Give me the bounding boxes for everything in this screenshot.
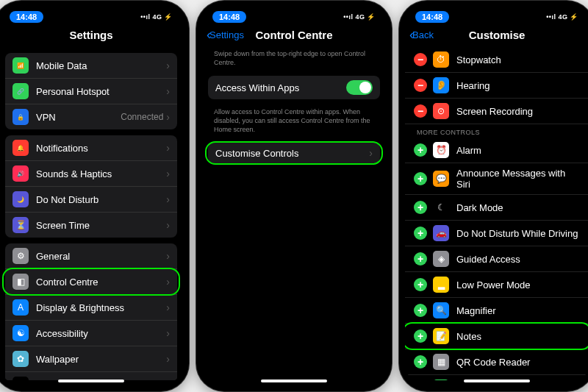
row-icon: ⏱ [433,51,449,68]
row-label: Low Power Mode [456,279,580,291]
settings-row-notifications[interactable]: 🔔Notifications› [5,135,177,161]
remove-icon[interactable]: − [414,104,427,118]
home-indicator[interactable] [58,379,124,382]
chevron-right-icon: › [166,302,170,313]
more-row-announce-messages-with-siri[interactable]: +💬Announce Messages with Siri [405,163,588,195]
chevron-right-icon: › [166,168,170,179]
included-row[interactable]: −⏱Stopwatch [405,47,588,73]
chevron-right-icon: › [166,85,170,97]
remove-icon[interactable]: − [414,53,427,66]
access-within-apps-row[interactable]: Access Within Apps [208,76,380,99]
row-icon: ⚙ [12,248,29,264]
row-icon: ▂ [433,277,449,293]
chevron-right-icon: › [166,111,170,123]
settings-row-screen-time[interactable]: ⏳Screen Time› [5,213,177,238]
chevron-right-icon: › [166,276,170,288]
add-icon[interactable]: + [414,227,427,240]
row-icon: ◈ [433,251,449,267]
row-icon: A [12,299,29,316]
chevron-right-icon: › [166,219,170,231]
row-icon: 🔍 [433,302,449,318]
row-label: Mobile Data [36,60,166,71]
row-icon: 🔗 [12,83,29,99]
row-icon: 📶 [12,57,29,74]
settings-row-general[interactable]: ⚙General› [5,243,177,269]
status-time: 14:48 [415,11,449,23]
chevron-right-icon: › [369,147,373,159]
row-icon: ⏳ [12,217,29,233]
row-icon: 🔔 [12,140,29,156]
row-icon: ◉ [12,377,29,380]
home-indicator[interactable] [464,379,530,382]
more-row-magnifier[interactable]: +🔍Magnifier [405,298,588,324]
add-icon[interactable]: + [414,201,427,214]
settings-row-control-centre[interactable]: ◧Control Centre› [5,269,177,295]
settings-row-vpn[interactable]: 🔒VPNConnected› [5,104,177,129]
row-label: Wallpaper [36,354,166,365]
more-row-qr-code-reader[interactable]: +▦QR Code Reader [405,349,588,375]
toggle-on[interactable] [346,80,373,95]
row-label: General [36,251,166,262]
row-label: VPN [36,112,121,123]
row-label: Magnifier [456,305,580,316]
add-icon[interactable]: + [414,143,427,157]
row-label: Guided Access [456,254,580,265]
add-icon[interactable]: + [414,252,427,266]
chevron-right-icon: › [166,193,170,205]
row-icon: ☯ [12,325,29,341]
row-label: Dark Mode [456,202,580,213]
settings-row-mobile-data[interactable]: 📶Mobile Data› [5,53,177,79]
row-label: Personal Hotspot [36,86,166,97]
status-time: 14:48 [212,11,246,23]
add-icon[interactable]: + [414,304,427,317]
settings-row-accessibility[interactable]: ☯Accessibility› [5,321,177,346]
more-row-guided-access[interactable]: +◈Guided Access [405,246,588,272]
row-label: Do Not Disturb [36,194,166,205]
row-icon: 🚗 [433,225,449,241]
row-icon: 👂 [433,77,449,93]
page-title: Customise [469,29,526,41]
settings-row-display-brightness[interactable]: ADisplay & Brightness› [5,295,177,321]
nav-bar: ‹BackCustomise [405,24,588,47]
row-icon: 💬 [433,171,449,187]
more-row-do-not-disturb-while-driving[interactable]: +🚗Do Not Disturb While Driving [405,221,588,246]
nav-bar: ‹SettingsControl Centre [202,24,386,47]
page-title: Settings [69,29,112,41]
home-indicator[interactable] [261,379,327,382]
settings-row-do-not-disturb[interactable]: 🌙Do Not Disturb› [5,187,177,213]
row-label: QR Code Reader [456,357,580,368]
row-icon: 📝 [433,328,449,344]
add-icon[interactable]: + [414,172,427,185]
settings-row-wallpaper[interactable]: ✿Wallpaper› [5,346,177,372]
add-icon[interactable]: + [414,278,427,291]
row-label: Screen Recording [456,106,580,117]
row-label: Hearing [456,80,580,91]
more-row-alarm[interactable]: +⏰Alarm [405,138,588,163]
row-label: Sounds & Haptics [36,168,166,179]
row-detail: Connected [121,112,163,122]
add-icon[interactable]: + [414,329,427,343]
remove-icon[interactable]: − [414,79,427,92]
more-row-dark-mode[interactable]: +☾Dark Mode [405,195,588,221]
row-icon: 🌙 [12,191,29,207]
customise-controls-row[interactable]: Customise Controls› [208,143,380,163]
more-row-notes[interactable]: +📝Notes [405,324,588,349]
back-button[interactable]: ‹Back [409,27,434,43]
row-label: Control Centre [36,277,166,288]
chevron-right-icon: › [166,353,170,365]
chevron-right-icon: › [166,327,170,339]
settings-row-sounds-haptics[interactable]: 🔊Sounds & Haptics› [5,161,177,187]
row-label: Notes [456,331,580,342]
add-icon[interactable]: + [414,355,427,368]
chevron-right-icon: › [166,60,170,71]
status-right: ••ıl 4G ⚡ [140,13,173,21]
included-row[interactable]: −👂Hearing [405,73,588,99]
back-button[interactable]: ‹Settings [207,27,244,43]
settings-row-personal-hotspot[interactable]: 🔗Personal Hotspot› [5,79,177,104]
row-icon: ▦ [433,354,449,370]
included-row[interactable]: −⊙Screen Recording [405,99,588,124]
row-label: Accessibility [36,328,166,339]
more-row-low-power-mode[interactable]: +▂Low Power Mode [405,272,588,298]
row-label: Stopwatch [456,54,580,65]
row-icon: 🔊 [12,165,29,182]
